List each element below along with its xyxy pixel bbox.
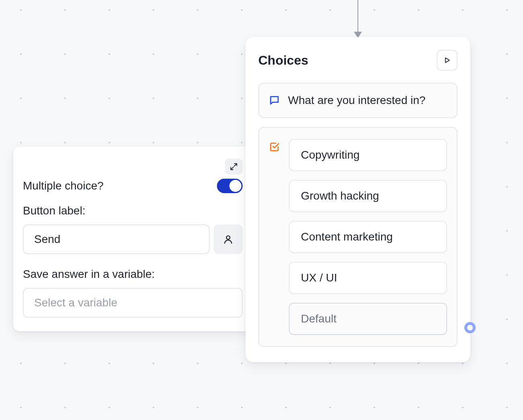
answer-option[interactable]: Copywriting: [289, 139, 447, 171]
settings-panel: Multiple choice? Button label: Save answ…: [13, 147, 252, 331]
node-title: Choices: [258, 53, 308, 68]
personalize-button[interactable]: [214, 224, 243, 254]
multiple-choice-toggle[interactable]: [217, 179, 243, 193]
button-label-input[interactable]: [23, 224, 210, 254]
answers-list: Copywriting Growth hacking Content marke…: [289, 139, 447, 335]
save-variable-field-label: Save answer in a variable:: [23, 268, 243, 281]
answer-option[interactable]: UX / UI: [289, 262, 447, 294]
answer-default-option[interactable]: Default: [289, 303, 447, 335]
answers-block[interactable]: Copywriting Growth hacking Content marke…: [258, 127, 458, 347]
question-text: What are you interested in?: [288, 94, 425, 107]
answer-option[interactable]: Content marketing: [289, 221, 447, 253]
expand-icon: [230, 163, 238, 171]
choices-node[interactable]: Choices What are you interested in? Copy…: [245, 37, 470, 362]
button-label-field-label: Button label:: [23, 204, 243, 217]
expand-panel-button[interactable]: [225, 159, 243, 175]
variable-select-placeholder: Select a variable: [34, 296, 117, 309]
checkbox-icon: [269, 141, 280, 153]
svg-point-0: [227, 236, 230, 239]
chat-icon: [269, 95, 280, 106]
multiple-choice-label: Multiple choice?: [23, 179, 104, 192]
output-port[interactable]: [464, 322, 476, 333]
incoming-edge-line: [358, 0, 358, 34]
answer-option[interactable]: Growth hacking: [289, 180, 447, 212]
play-icon: [443, 56, 451, 64]
variable-select[interactable]: Select a variable: [23, 288, 243, 318]
toggle-knob: [229, 180, 241, 192]
question-block[interactable]: What are you interested in?: [258, 83, 458, 118]
preview-button[interactable]: [437, 50, 458, 71]
person-icon: [223, 234, 233, 245]
